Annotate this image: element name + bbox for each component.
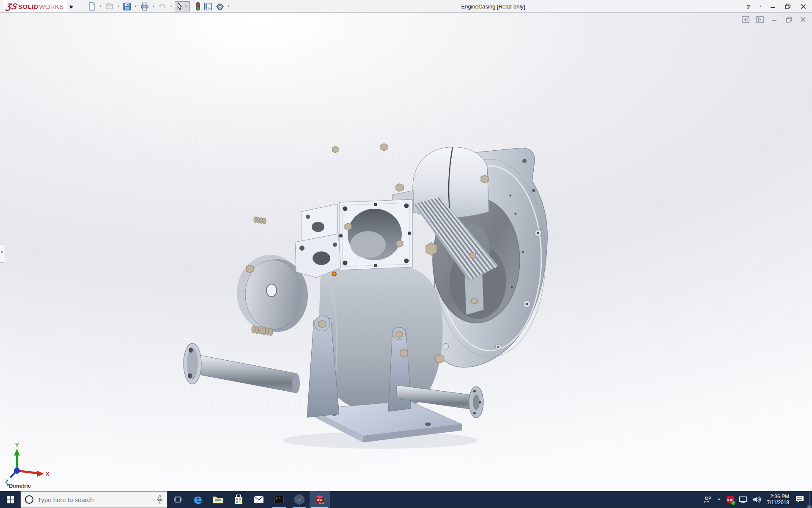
save-button[interactable] [122,1,132,12]
window-controls: ? ▼ [743,0,809,13]
quick-toolbar: ▼ ▼ ▼ ▼ ▼ ▼ ▼ [87,0,231,13]
taskbar: e C:\_ SW 2017 ⌃ SW✓ [0,491,812,508]
taskbar-search[interactable] [20,491,167,508]
speaker-icon [752,496,761,503]
edge-icon: e [194,493,202,506]
taskbar-app-file-explorer[interactable] [208,491,228,508]
file-explorer-icon [213,495,224,504]
new-document-button[interactable] [87,1,97,12]
system-tray: ⌃ SW✓ 2:36 PM 7/11/2018 3 [701,491,812,508]
taskbar-app-solidworks[interactable]: SW 2017 [310,491,330,508]
tray-network-button[interactable] [736,491,750,508]
taskbar-app-cmd[interactable]: C:\_ [269,491,289,508]
task-view-button[interactable] [167,491,188,508]
close-button[interactable] [798,1,809,12]
help-button[interactable]: ? [743,1,754,12]
save-caret[interactable]: ▼ [133,5,138,8]
people-icon [703,496,712,503]
triad-x-label: X [46,471,49,477]
help-caret[interactable]: ▼ [758,5,763,8]
minimize-button[interactable] [767,1,778,12]
undo-caret[interactable]: ▼ [169,5,174,8]
search-input[interactable] [38,496,153,503]
taskbar-app-edge[interactable]: e [188,491,208,508]
tray-people-button[interactable] [701,491,714,508]
engine-casing-3d-model[interactable]: Y X Z [0,13,812,491]
cortana-icon [25,495,33,504]
tray-solidworks-button[interactable]: SW✓ [724,491,736,508]
restore-icon [785,3,791,9]
select-cursor-icon [176,2,184,11]
svg-text:2017: 2017 [318,502,324,505]
taskbar-spacer [330,491,701,508]
undo-button[interactable] [157,1,168,12]
model-geometry [184,144,547,449]
open-caret[interactable]: ▼ [116,5,121,8]
print-button[interactable] [139,1,150,12]
start-button[interactable] [0,491,20,508]
microsoft-store-icon [234,494,243,505]
triad-y-label: Y [15,442,19,448]
menu-flyout-button[interactable]: ▶ [68,0,75,12]
taskbar-app-hexagon[interactable] [289,491,310,508]
options-button[interactable] [214,1,225,12]
solidworks-app-icon: SW 2017 [314,494,326,505]
rebuild-button[interactable] [194,1,202,12]
select-caret[interactable]: ▼ [184,5,189,8]
orientation-triad: Y X Z [5,442,49,485]
print-caret[interactable]: ▼ [151,5,156,8]
clock-time: 2:36 PM [770,494,789,500]
restore-button[interactable] [782,1,793,12]
graphics-viewport[interactable]: Y X Z *Dimetric [0,13,812,491]
ds-swoosh-icon: ƷS [5,2,18,11]
traffic-light-icon [195,2,200,11]
close-icon [801,4,806,9]
printer-icon [140,3,149,11]
mail-icon [254,496,264,503]
open-button[interactable] [104,1,115,12]
view-orientation-label: *Dimetric [7,483,31,489]
document-title: EngineCasing [Read-only] [461,3,525,9]
microphone-icon[interactable] [157,495,163,504]
action-center-button[interactable]: 3 [793,491,809,508]
taskbar-app-mail[interactable] [249,491,269,508]
green-check-icon: ✓ [731,501,735,505]
undo-arrow-icon [158,3,167,10]
file-properties-button[interactable] [203,1,214,12]
titlebar: ƷS SOLIDWORKS ▶ ▼ ▼ ▼ ▼ ▼ ▼ ▼ [0,0,812,13]
task-view-icon [174,496,181,503]
select-tool-button[interactable]: ▼ [175,1,190,11]
solidworks-logo: ƷS SOLIDWORKS [3,0,67,12]
taskbar-clock[interactable]: 2:36 PM 7/11/2018 [764,494,793,505]
network-monitor-icon [739,496,747,503]
new-document-icon [88,2,96,11]
notification-count-badge: 3 [807,505,812,508]
solidworks-tray-icon: SW✓ [727,496,734,503]
gear-icon [216,2,224,11]
file-properties-icon [204,3,212,11]
command-prompt-icon: C:\_ [274,496,284,503]
options-caret[interactable]: ▼ [226,5,231,8]
windows-logo-icon [7,496,14,503]
minimize-icon [770,4,776,9]
open-folder-icon [105,3,114,10]
taskbar-app-store[interactable] [228,491,249,508]
brand-bold: SOLID [18,3,38,10]
chevron-up-icon: ⌃ [717,497,721,504]
brand-light: WORKS [39,3,63,10]
tray-overflow-chevron[interactable]: ⌃ [714,491,724,508]
save-floppy-icon [123,3,131,11]
notification-bubble-icon [795,495,804,504]
tray-volume-button[interactable] [750,491,764,508]
hexagon-app-icon [294,494,304,505]
clock-date: 7/11/2018 [767,500,790,505]
selection-marker-dot [332,272,336,276]
svg-text:SW: SW [317,498,323,502]
new-caret[interactable]: ▼ [98,5,103,8]
